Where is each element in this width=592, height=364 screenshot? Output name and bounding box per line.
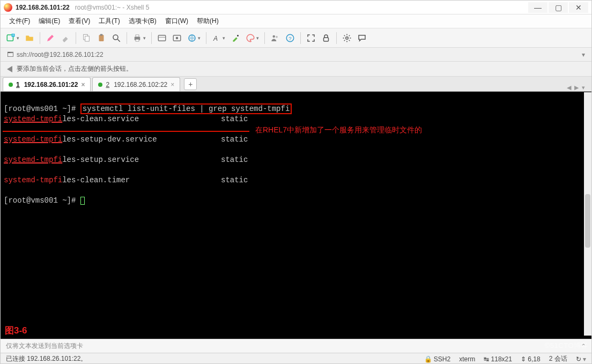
tab-close-icon[interactable]: ×: [81, 81, 85, 88]
svg-point-24: [346, 36, 349, 39]
status-ssh: SSH2: [434, 355, 450, 363]
toolbar-separator: [264, 32, 265, 44]
figure-label: 图3-6: [5, 325, 27, 336]
chat-lead-icon: ↻: [576, 355, 581, 363]
maximize-button[interactable]: ▢: [549, 2, 568, 13]
web-icon[interactable]: ▾: [185, 31, 203, 45]
tab-nav-left-icon[interactable]: ◀: [567, 84, 571, 91]
menu-window[interactable]: 窗口(W): [162, 16, 191, 27]
send-target-strip[interactable]: 仅将文本发送到当前选项卡 ⌃: [1, 339, 591, 353]
send-target-label: 仅将文本发送到当前选项卡: [6, 341, 83, 351]
svg-rect-10: [136, 35, 139, 37]
annotation-divider: [3, 131, 249, 132]
menu-file[interactable]: 文件(F): [6, 16, 33, 27]
menu-bar: 文件(F) 编辑(E) 查看(V) 工具(T) 选项卡(B) 窗口(W) 帮助(…: [1, 14, 591, 28]
tab-close-icon[interactable]: ×: [171, 81, 174, 88]
session-tab-1[interactable]: 1 192.168.26.101:22 ×: [3, 77, 91, 91]
svg-rect-12: [158, 35, 166, 41]
window-scrollbar[interactable]: [584, 92, 591, 336]
toolbar-separator: [151, 32, 152, 44]
table-row: systemd-tmpfiles-setup-dev.servicestatic: [4, 135, 588, 145]
close-button[interactable]: ✕: [569, 2, 588, 13]
menu-view[interactable]: 查看(V): [65, 16, 93, 27]
toolbar-separator: [76, 32, 76, 44]
terminal-cursor: [80, 197, 85, 205]
toolbar-separator: [300, 32, 301, 44]
copy-icon[interactable]: [79, 31, 93, 45]
menu-tools[interactable]: 工具(T): [95, 16, 123, 27]
tab-index: 1: [16, 81, 20, 88]
address-bar[interactable]: 🗔 ssh://root@192.168.26.101:22 ▾: [1, 48, 591, 62]
pos-icon: ⇕: [521, 355, 526, 363]
toolbar-separator: [336, 32, 337, 44]
help-icon[interactable]: ?: [283, 31, 297, 45]
properties-icon[interactable]: [155, 31, 169, 45]
status-term: xterm: [459, 355, 475, 363]
title-subtitle: root@vms001:~ - Xshell 5: [75, 4, 150, 11]
session-tab-2[interactable]: 2 192.168.26.102:22 ×: [92, 77, 180, 91]
address-dropdown-icon[interactable]: ▾: [582, 51, 585, 58]
tab-label: 192.168.26.101:22: [24, 81, 78, 88]
terminal-prompt: [root@vms001 ~]#: [4, 105, 76, 113]
toolbar-separator: [127, 32, 127, 44]
chat-icon[interactable]: [355, 31, 369, 45]
tab-nav-menu-icon[interactable]: ▾: [582, 84, 585, 91]
status-size: 118x21: [491, 355, 512, 363]
info-bar: 要添加当前会话，点击左侧的箭头按钮。: [1, 62, 591, 77]
palette-icon[interactable]: ▾: [243, 31, 261, 45]
terminal-prompt: [root@vms001 ~]#: [4, 196, 76, 205]
status-pos: 6,18: [528, 355, 540, 363]
toolbar-separator: [206, 32, 206, 44]
svg-line-8: [117, 39, 120, 42]
tab-nav-right-icon[interactable]: ▶: [574, 84, 579, 91]
svg-rect-23: [324, 38, 329, 41]
terminal-command-highlight: systemctl list-unit-files | grep systemd…: [80, 103, 292, 114]
svg-text:A: A: [213, 34, 218, 42]
menu-edit[interactable]: 编辑(E): [35, 16, 63, 27]
svg-rect-6: [100, 34, 103, 35]
up-arrow-icon[interactable]: ⌃: [581, 343, 586, 350]
svg-text:?: ?: [288, 35, 292, 41]
session-tab-bar: 1 192.168.26.101:22 × 2 192.168.26.102:2…: [1, 77, 591, 92]
search-icon[interactable]: [109, 31, 123, 45]
font-icon[interactable]: A ▾: [210, 31, 227, 45]
table-row: systemd-tmpfiles-setup.servicestatic: [4, 155, 588, 165]
title-bar: 192.168.26.101:22 root@vms001:~ - Xshell…: [1, 1, 591, 14]
status-bar: 已连接 192.168.26.101:22。 🔒 SSH2 xterm ↹ 11…: [1, 353, 591, 364]
app-icon: [4, 3, 12, 12]
terminal-view[interactable]: [root@vms001 ~]# systemctl list-unit-fil…: [1, 92, 591, 339]
menu-help[interactable]: 帮助(H): [194, 16, 222, 27]
svg-point-7: [113, 35, 118, 40]
color-picker-icon[interactable]: [228, 31, 242, 45]
settings-icon[interactable]: [340, 31, 354, 45]
fullscreen-icon[interactable]: [304, 31, 318, 45]
svg-point-19: [273, 35, 276, 38]
new-tab-button[interactable]: +: [184, 78, 197, 90]
minimize-button[interactable]: —: [528, 2, 547, 13]
annotation-text: 在RHEL7中新增加了一个服务用来管理临时文件的: [255, 125, 422, 135]
svg-rect-5: [99, 35, 104, 41]
arrow-left-icon[interactable]: [7, 66, 12, 72]
svg-rect-11: [136, 39, 139, 41]
eraser-icon[interactable]: [58, 31, 72, 45]
menu-tabs[interactable]: 选项卡(B): [125, 16, 160, 27]
new-session-icon[interactable]: + ▾: [4, 31, 21, 45]
table-row: systemd-tmpfiles-clean.servicestatic: [4, 114, 588, 124]
print-icon[interactable]: ▾: [130, 31, 148, 45]
address-text: ssh://root@192.168.26.101:22: [17, 51, 103, 58]
title-ip: 192.168.26.101:22: [16, 4, 70, 11]
scrollbar-thumb[interactable]: [585, 194, 590, 248]
users-icon[interactable]: [268, 31, 282, 45]
pencil-icon[interactable]: [43, 31, 57, 45]
open-session-icon[interactable]: [23, 31, 36, 45]
toolbar-separator: [40, 32, 40, 44]
cap-icon: ▾: [583, 355, 586, 363]
tunnel-icon[interactable]: [170, 31, 184, 45]
lock-icon[interactable]: [319, 31, 333, 45]
tab-label: 192.168.26.102:22: [114, 81, 167, 88]
size-icon: ↹: [484, 355, 489, 363]
address-lock-icon: 🗔: [7, 51, 13, 58]
table-row: systemd-tmpfiles-clean.timerstatic: [4, 175, 588, 185]
status-sessions: 2 会话: [549, 354, 567, 363]
paste-icon[interactable]: [94, 31, 108, 45]
